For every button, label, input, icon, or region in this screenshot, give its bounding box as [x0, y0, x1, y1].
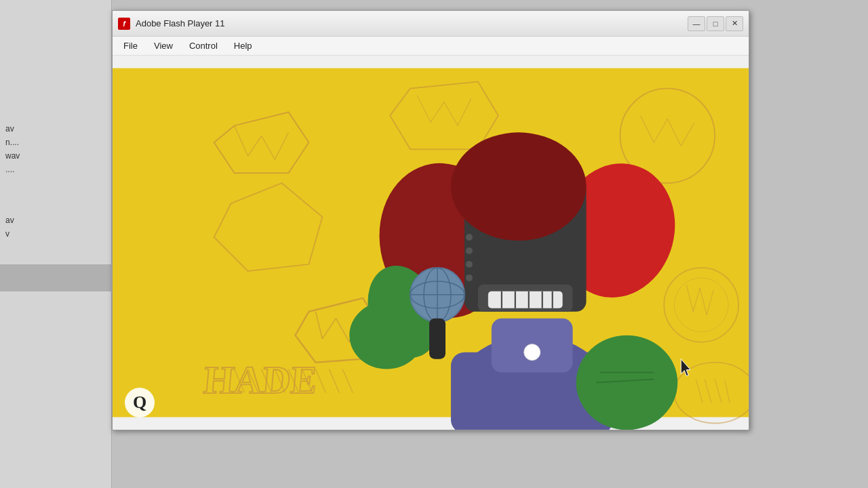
desktop: av n.... wav .... av v f Adobe Flash Pla… — [0, 0, 868, 488]
svg-point-48 — [524, 344, 540, 361]
menu-help[interactable]: Help — [226, 38, 260, 54]
flash-icon: f — [118, 18, 130, 30]
left-sidebar: av n.... wav .... av v — [0, 0, 112, 488]
svg-rect-57 — [488, 291, 563, 308]
q-logo: Q — [125, 388, 155, 418]
flash-canvas: HADE — [113, 56, 749, 430]
sidebar-item-6: v — [0, 227, 111, 241]
svg-rect-71 — [429, 319, 446, 359]
menu-file[interactable]: File — [115, 38, 146, 54]
title-bar-buttons: — □ ✕ — [688, 16, 743, 31]
svg-text:HADE: HADE — [202, 358, 319, 402]
svg-point-55 — [466, 274, 473, 281]
svg-point-54 — [466, 261, 473, 268]
svg-point-53 — [466, 247, 473, 254]
maximize-button[interactable]: □ — [707, 16, 724, 31]
svg-point-52 — [466, 234, 473, 241]
minimize-button[interactable]: — — [688, 16, 705, 31]
menu-view[interactable]: View — [146, 38, 181, 54]
svg-point-63 — [451, 132, 587, 241]
sidebar-item-2: n.... — [0, 136, 111, 149]
menu-control[interactable]: Control — [181, 38, 226, 54]
svg-point-75 — [349, 302, 424, 369]
window-title: Adobe Flash Player 11 — [136, 18, 682, 28]
gray-bar — [0, 264, 112, 291]
sidebar-item-3: wav — [0, 149, 111, 163]
svg-point-72 — [576, 336, 678, 430]
flash-content-area[interactable]: HADE — [113, 56, 749, 430]
title-bar: f Adobe Flash Player 11 — □ ✕ — [113, 11, 749, 37]
menu-bar: File View Control Help — [113, 37, 749, 56]
sidebar-item-5: av — [0, 214, 111, 227]
sidebar-item-1: av — [0, 122, 111, 136]
close-button[interactable]: ✕ — [726, 16, 743, 31]
flash-player-window: f Adobe Flash Player 11 — □ ✕ File View … — [112, 10, 749, 430]
sidebar-item-4: .... — [0, 163, 111, 176]
